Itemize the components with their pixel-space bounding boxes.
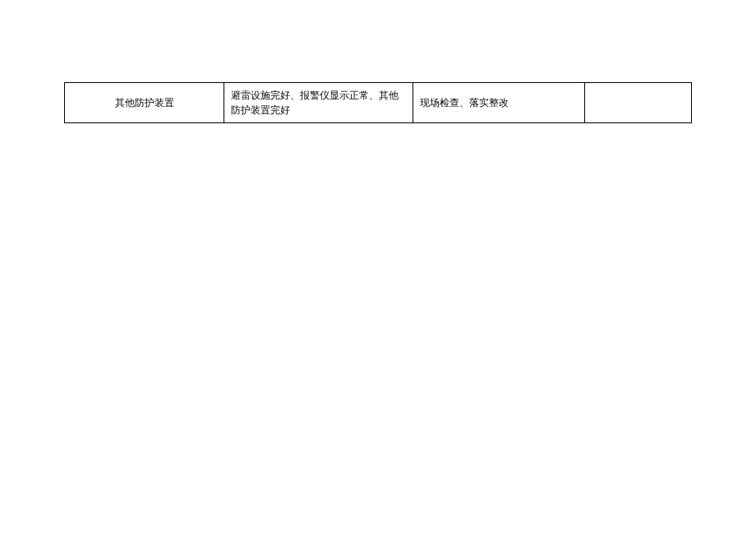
cell-remark [585,83,692,123]
cell-requirement: 避雷设施完好、报警仪显示正常、其他防护装置完好 [224,83,413,123]
cell-item-name: 其他防护装置 [65,83,224,123]
table-row: 其他防护装置 避雷设施完好、报警仪显示正常、其他防护装置完好 现场检查、落实整改 [65,83,692,123]
inspection-table: 其他防护装置 避雷设施完好、报警仪显示正常、其他防护装置完好 现场检查、落实整改 [64,82,692,123]
cell-method: 现场检查、落实整改 [413,83,584,123]
document-page: 其他防护装置 避雷设施完好、报警仪显示正常、其他防护装置完好 现场检查、落实整改 [0,0,756,123]
